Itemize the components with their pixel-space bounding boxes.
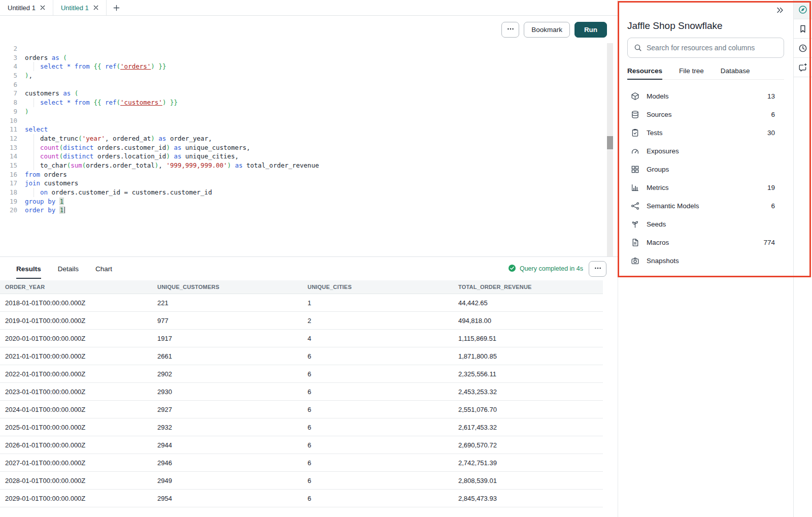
resource-item-snapshots[interactable]: Snapshots	[631, 251, 784, 270]
code-token	[101, 99, 105, 106]
code-line-content: order by 1	[17, 206, 65, 215]
table-cell: 44,442.65	[453, 299, 603, 307]
code-token: join	[25, 179, 40, 187]
code-token: count	[40, 144, 59, 151]
table-cell: 2946	[152, 459, 302, 467]
code-token: select	[40, 99, 63, 106]
code-line-content: select * from {{ ref('customers') }}	[17, 98, 178, 107]
table-cell: 2932	[152, 424, 302, 431]
code-line: 6	[0, 80, 618, 89]
table-row[interactable]: 2024-01-01T00:00:00.000Z292762,551,076.7…	[0, 401, 603, 418]
editor-scrollbar[interactable]	[607, 43, 613, 256]
code-token: orders	[25, 54, 52, 61]
code-line-content: orders as (	[17, 53, 67, 62]
results-tab-details[interactable]: Details	[58, 257, 79, 280]
resource-label: Sources	[647, 111, 672, 118]
table-row[interactable]: 2026-01-01T00:00:00.000Z294462,690,570.7…	[0, 436, 603, 454]
resource-item-metrics[interactable]: Metrics19	[631, 178, 784, 197]
code-line: 2	[0, 44, 618, 53]
strip-bookmark-button[interactable]	[794, 19, 812, 39]
indent-guide	[25, 98, 40, 107]
resource-item-semantic-models[interactable]: Semantic Models6	[631, 197, 784, 215]
table-cell: 6	[302, 424, 453, 431]
table-row[interactable]: 2028-01-01T00:00:00.000Z294962,808,539.0…	[0, 472, 603, 490]
table-row[interactable]: 2019-01-01T00:00:00.000Z9772494,818.00	[0, 312, 603, 330]
resource-count: 6	[771, 202, 784, 210]
results-tab-chart[interactable]: Chart	[95, 257, 112, 280]
table-row[interactable]: 2023-01-01T00:00:00.000Z293062,453,253.3…	[0, 383, 603, 401]
table-row[interactable]: 2020-01-01T00:00:00.000Z191741,115,869.5…	[0, 330, 603, 347]
resource-list: Models13Sources6Tests30ExposuresGroupsMe…	[627, 87, 784, 270]
code-token: 'customers'	[120, 99, 162, 106]
editor-scrollbar-thumb[interactable]	[607, 136, 613, 149]
table-cell: 1	[302, 299, 453, 307]
search-input[interactable]	[647, 44, 777, 52]
add-tab-button[interactable]	[107, 0, 127, 15]
line-number: 2	[0, 44, 17, 53]
close-icon[interactable]	[93, 5, 98, 10]
resource-item-groups[interactable]: Groups	[631, 160, 784, 178]
resource-item-macros[interactable]: Macros774	[631, 233, 784, 251]
editor-tab-2[interactable]: Untitled 1	[53, 0, 107, 15]
table-row[interactable]: 2018-01-01T00:00:00.000Z221144,442.65	[0, 294, 603, 312]
indent-guide	[25, 62, 40, 71]
strip-clock-button[interactable]	[794, 39, 812, 58]
code-token: from	[75, 99, 90, 106]
results-tab-results[interactable]: Results	[16, 257, 41, 280]
strip-compass-button[interactable]	[794, 0, 812, 19]
table-row[interactable]: 2022-01-01T00:00:00.000Z290262,325,556.1…	[0, 365, 603, 383]
code-line-content: from orders	[17, 170, 67, 179]
table-cell: 2029-01-01T00:00:00.000Z	[0, 495, 152, 502]
code-line-content: group by 1	[17, 197, 64, 206]
resource-item-tests[interactable]: Tests30	[631, 123, 784, 142]
code-token: on	[40, 188, 48, 196]
editor-tab-1[interactable]: Untitled 1	[0, 0, 53, 15]
code-token: (	[78, 135, 82, 142]
resource-item-models[interactable]: Models13	[631, 87, 784, 105]
table-row[interactable]: 2027-01-01T00:00:00.000Z294662,742,751.3…	[0, 454, 603, 472]
sidebar-tab-file-tree[interactable]: File tree	[679, 67, 704, 79]
table-row[interactable]: 2029-01-01T00:00:00.000Z295462,845,473.9…	[0, 490, 603, 507]
table-cell: 2,845,473.93	[453, 495, 603, 502]
code-token: 1	[59, 198, 64, 205]
table-cell: 977	[152, 317, 302, 325]
more-options-button[interactable]	[501, 22, 519, 38]
resource-search-box[interactable]	[627, 38, 784, 58]
code-token: order by	[25, 206, 55, 214]
resource-item-sources[interactable]: Sources6	[631, 105, 784, 123]
line-number: 18	[0, 188, 17, 197]
table-cell: 6	[302, 388, 453, 396]
close-icon[interactable]	[40, 5, 45, 10]
chevrons-right-icon[interactable]	[776, 6, 784, 17]
code-token: select	[25, 125, 48, 133]
code-line: 11select	[0, 125, 618, 134]
resource-item-exposures[interactable]: Exposures	[631, 142, 784, 160]
table-cell: 2022-01-01T00:00:00.000Z	[0, 370, 152, 378]
table-cell: 1917	[152, 335, 302, 342]
bookmark-button[interactable]: Bookmark	[524, 22, 570, 38]
run-button[interactable]: Run	[574, 22, 607, 38]
sql-code-editor[interactable]: 23orders as (4select * from {{ ref('orde…	[0, 43, 618, 256]
code-token: sum	[71, 161, 82, 169]
resource-label: Snapshots	[647, 257, 679, 265]
code-line: 12date_trunc('year', ordered_at) as orde…	[0, 134, 618, 143]
results-more-button[interactable]	[589, 261, 606, 277]
code-line: 3orders as (	[0, 53, 618, 62]
code-token: orders	[40, 171, 67, 178]
table-cell: 1,871,800.85	[453, 352, 603, 360]
code-line-content: select * from {{ ref('orders') }}	[17, 62, 166, 71]
ellipsis-icon	[594, 264, 602, 274]
code-token: orders.order_total	[86, 161, 154, 169]
table-row[interactable]: 2025-01-01T00:00:00.000Z293262,617,453.3…	[0, 418, 603, 436]
column-header: UNIQUE_CITIES	[302, 284, 453, 290]
table-row[interactable]: 2021-01-01T00:00:00.000Z266161,871,800.8…	[0, 347, 603, 365]
sidebar-tab-resources[interactable]: Resources	[627, 67, 662, 79]
strip-message-plus-button[interactable]	[794, 58, 812, 77]
code-token: date_trunc	[40, 135, 78, 142]
line-number: 6	[0, 80, 17, 89]
sidebar-tab-database[interactable]: Database	[721, 67, 750, 79]
table-cell: 2949	[152, 477, 302, 484]
resource-item-seeds[interactable]: Seeds	[631, 215, 784, 233]
code-token: )	[151, 62, 155, 70]
code-token: from	[75, 62, 90, 70]
